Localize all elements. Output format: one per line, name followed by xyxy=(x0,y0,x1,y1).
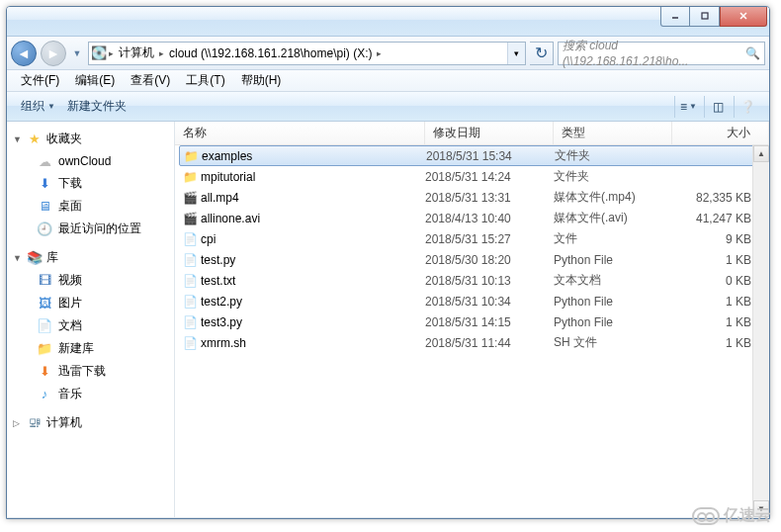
file-row[interactable]: 📄xmrm.sh2018/5/31 11:44SH 文件1 KB xyxy=(175,332,769,353)
back-button[interactable]: ◄ xyxy=(11,41,37,66)
file-type: 媒体文件(.avi) xyxy=(554,210,672,226)
drive-large-icon xyxy=(13,519,60,520)
menu-tools[interactable]: 工具(T) xyxy=(180,70,230,91)
breadcrumb-computer[interactable]: 计算机 xyxy=(116,43,157,64)
sidebar-item-owncloud[interactable]: ☁ownCloud xyxy=(7,150,174,172)
chevron-icon[interactable]: ▸ xyxy=(157,48,166,58)
address-dropdown[interactable]: ▾ xyxy=(507,42,525,65)
chevron-icon[interactable]: ▸ xyxy=(107,48,116,58)
image-icon: 🖼 xyxy=(37,296,52,311)
close-button[interactable] xyxy=(720,7,767,27)
document-icon: 📄 xyxy=(37,318,52,334)
drive-icon: 💽 xyxy=(91,45,107,61)
minimize-button[interactable] xyxy=(660,7,690,27)
menu-file[interactable]: 文件(F) xyxy=(15,70,65,91)
refresh-button[interactable]: ↻ xyxy=(530,42,554,65)
col-date[interactable]: 修改日期 xyxy=(425,122,554,144)
file-date: 2018/5/31 13:31 xyxy=(425,191,554,205)
sidebar-item-videos[interactable]: 🎞视频 xyxy=(7,269,174,292)
cloud-icon: ☁ xyxy=(37,153,52,169)
file-icon: 📄 xyxy=(181,274,199,288)
file-list[interactable]: 📁examples2018/5/31 15:34文件夹📁mpitutorial2… xyxy=(175,145,769,353)
menu-view[interactable]: 查看(V) xyxy=(125,70,176,91)
file-icon: 📄 xyxy=(181,232,199,246)
sidebar[interactable]: ▼★收藏夹 ☁ownCloud ⬇下载 🖥桌面 🕘最近访问的位置 ▼📚库 🎞视频… xyxy=(7,122,175,517)
status-bar: 10 个对象 xyxy=(7,517,769,519)
breadcrumb-drive[interactable]: cloud (\\192.168.161.218\home\pi) (X:) xyxy=(166,43,375,64)
watermark: 亿速云 xyxy=(692,505,771,526)
titlebar[interactable] xyxy=(7,7,769,37)
file-icon: 📄 xyxy=(181,315,199,329)
menu-help[interactable]: 帮助(H) xyxy=(235,70,288,91)
col-type[interactable]: 类型 xyxy=(554,122,672,144)
toolbar: 组织 ▼ 新建文件夹 ≡ ▼ ◫ ❔ xyxy=(7,92,769,122)
help-button[interactable]: ❔ xyxy=(734,96,761,118)
sidebar-item-recent[interactable]: 🕘最近访问的位置 xyxy=(7,218,174,240)
sidebar-item-pictures[interactable]: 🖼图片 xyxy=(7,292,174,314)
music-icon: ♪ xyxy=(37,387,52,402)
sidebar-item-music[interactable]: ♪音乐 xyxy=(7,383,174,405)
file-type: 媒体文件(.mp4) xyxy=(554,189,672,206)
scroll-up[interactable]: ▲ xyxy=(753,145,769,162)
file-row[interactable]: 📄test3.py2018/5/31 14:15Python File1 KB xyxy=(175,311,769,332)
file-type: 文件夹 xyxy=(555,147,673,164)
file-name: test3.py xyxy=(199,315,425,329)
file-date: 2018/5/30 18:20 xyxy=(425,253,554,267)
search-input[interactable]: 搜索 cloud (\\192.168.161.218\ho... 🔍 xyxy=(558,42,765,65)
menu-edit[interactable]: 编辑(E) xyxy=(69,70,121,91)
forward-button[interactable]: ► xyxy=(41,41,66,66)
file-date: 2018/5/31 10:13 xyxy=(425,274,554,288)
download-icon: ⬇ xyxy=(37,176,52,192)
file-row[interactable]: 🎬allinone.avi2018/4/13 10:40媒体文件(.avi)41… xyxy=(175,208,769,228)
file-icon: 🎬 xyxy=(181,191,199,205)
scrollbar[interactable]: ▲ ▼ xyxy=(752,145,769,517)
newlib-icon: 📁 xyxy=(37,341,52,357)
chevron-icon[interactable]: ▸ xyxy=(375,48,384,58)
file-name: cpi xyxy=(199,232,425,246)
newfolder-button[interactable]: 新建文件夹 xyxy=(61,95,132,118)
file-date: 2018/5/31 10:34 xyxy=(425,295,554,309)
file-row[interactable]: 🎬all.mp42018/5/31 13:31媒体文件(.mp4)82,335 … xyxy=(175,187,769,208)
maximize-button[interactable] xyxy=(690,7,720,27)
file-type: 文本文档 xyxy=(554,272,672,289)
sidebar-item-thunder[interactable]: ⬇迅雷下载 xyxy=(7,360,174,383)
file-name: test2.py xyxy=(199,295,425,309)
address-bar[interactable]: 💽 ▸ 计算机 ▸ cloud (\\192.168.161.218\home\… xyxy=(88,42,526,65)
sidebar-item-documents[interactable]: 📄文档 xyxy=(7,314,174,337)
col-size[interactable]: 大小 xyxy=(672,122,769,144)
preview-pane-button[interactable]: ◫ xyxy=(704,96,732,118)
file-pane: 名称 修改日期 类型 大小 📁examples2018/5/31 15:34文件… xyxy=(175,122,769,517)
history-dropdown[interactable]: ▼ xyxy=(70,48,84,58)
file-icon: 📄 xyxy=(181,336,199,350)
sidebar-item-desktop[interactable]: 🖥桌面 xyxy=(7,195,174,218)
file-date: 2018/5/31 14:15 xyxy=(425,315,554,329)
file-type: Python File xyxy=(554,295,672,309)
sidebar-libraries[interactable]: ▼📚库 xyxy=(7,246,174,269)
file-icon: 🎬 xyxy=(181,212,199,225)
desktop-icon: 🖥 xyxy=(37,199,52,215)
file-name: mpitutorial xyxy=(199,170,425,184)
file-type: 文件 xyxy=(554,230,672,247)
file-row[interactable]: 📄cpi2018/5/31 15:27文件9 KB xyxy=(175,228,769,249)
svg-rect-1 xyxy=(702,13,708,19)
file-row[interactable]: 📄test2.py2018/5/31 10:34Python File1 KB xyxy=(175,291,769,311)
sidebar-favorites[interactable]: ▼★收藏夹 xyxy=(7,128,174,150)
file-row[interactable]: 📄test.txt2018/5/31 10:13文本文档0 KB xyxy=(175,270,769,291)
file-row[interactable]: 📁mpitutorial2018/5/31 14:24文件夹 xyxy=(175,166,769,187)
col-name[interactable]: 名称 xyxy=(175,122,425,144)
file-row[interactable]: 📄test.py2018/5/30 18:20Python File1 KB xyxy=(175,249,769,270)
file-date: 2018/5/31 15:34 xyxy=(426,149,555,163)
file-icon: 📁 xyxy=(182,149,200,163)
column-headers: 名称 修改日期 类型 大小 xyxy=(175,122,769,145)
view-button[interactable]: ≡ ▼ xyxy=(674,96,702,118)
search-icon[interactable]: 🔍 xyxy=(745,46,760,60)
file-name: xmrm.sh xyxy=(199,336,425,350)
sidebar-item-newlib[interactable]: 📁新建库 xyxy=(7,337,174,360)
file-row[interactable]: 📁examples2018/5/31 15:34文件夹 xyxy=(179,145,765,166)
file-type: 文件夹 xyxy=(554,168,672,185)
file-icon: 📄 xyxy=(181,253,199,267)
sidebar-computer[interactable]: ▷🖳计算机 xyxy=(7,411,174,434)
sidebar-item-downloads[interactable]: ⬇下载 xyxy=(7,172,174,195)
organize-button[interactable]: 组织 ▼ xyxy=(15,95,61,118)
file-name: examples xyxy=(200,149,426,163)
